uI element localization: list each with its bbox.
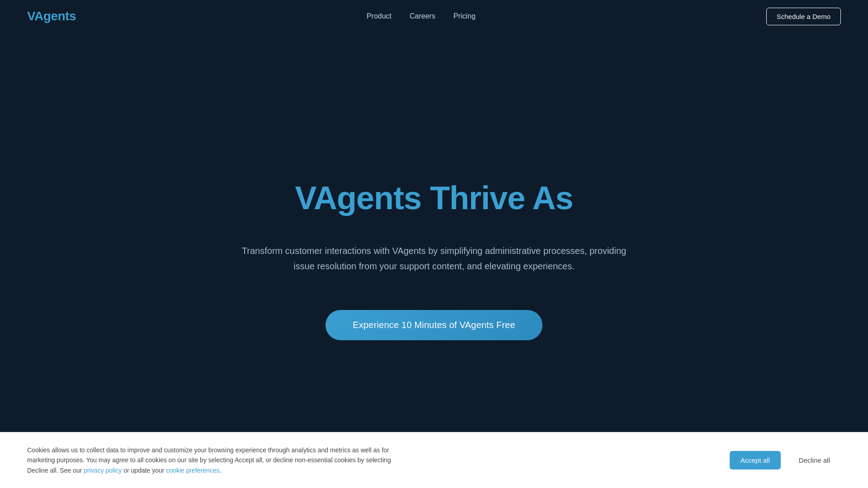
nav-link-careers[interactable]: Careers: [410, 12, 435, 20]
schedule-demo-button[interactable]: Schedule a Demo: [766, 8, 841, 25]
cookie-text-part2: or update your: [122, 467, 166, 474]
nav-link-product[interactable]: Product: [367, 12, 392, 20]
hero-cta-button[interactable]: Experience 10 Minutes of VAgents Free: [326, 310, 542, 340]
hero-section: VAgents Thrive As Transform customer int…: [0, 0, 868, 488]
nav-links: Product Careers Pricing: [367, 12, 476, 20]
nav-item-product[interactable]: Product: [367, 12, 392, 20]
hero-title: VAgents Thrive As: [295, 180, 573, 216]
decline-all-button[interactable]: Decline all: [788, 451, 841, 469]
nav-item-careers[interactable]: Careers: [410, 12, 435, 20]
navbar: VAgents Product Careers Pricing Schedule…: [0, 0, 868, 33]
cookie-preferences-link[interactable]: cookie preferences: [166, 467, 219, 474]
privacy-policy-link[interactable]: privacy policy: [84, 467, 122, 474]
nav-item-pricing[interactable]: Pricing: [453, 12, 476, 20]
hero-description: Transform customer interactions with VAg…: [231, 243, 637, 274]
logo-text: VAgents: [27, 9, 76, 23]
logo[interactable]: VAgents: [27, 9, 76, 23]
accept-all-button[interactable]: Accept all: [730, 451, 781, 469]
cookie-banner-buttons: Accept all Decline all: [730, 451, 841, 469]
nav-link-pricing[interactable]: Pricing: [453, 12, 476, 20]
cookie-banner: Cookies allows us to collect data to imp…: [0, 432, 868, 488]
cookie-banner-text: Cookies allows us to collect data to imp…: [27, 445, 411, 475]
cookie-text-part3: .: [220, 467, 222, 474]
